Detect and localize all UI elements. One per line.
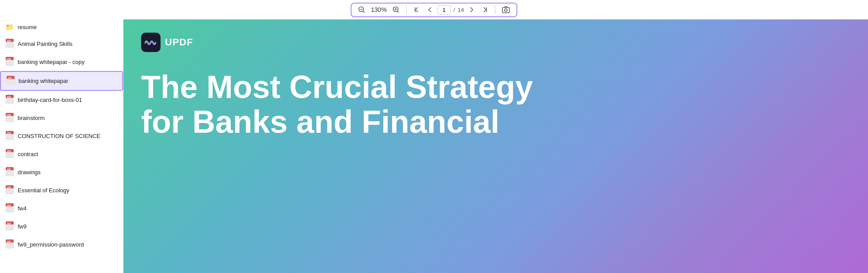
- toolbar: 130% / 14: [0, 0, 868, 19]
- pdf-icon: PDF: [5, 38, 14, 49]
- divider-1: [406, 5, 407, 14]
- next-page-button[interactable]: [467, 6, 477, 14]
- pdf-icon: PDF: [5, 56, 14, 67]
- sidebar-item-construction-of-science[interactable]: PDF CONSTRUCTION OF SCIENCE: [0, 127, 123, 145]
- sidebar: 📁 resume PDF Animal Painting Skills PDF …: [0, 19, 123, 273]
- sidebar-item-label: banking whitepapar: [19, 78, 68, 84]
- svg-text:PDF: PDF: [7, 96, 11, 98]
- content-area: UPDF The Most Crucial Strategy for Banks…: [123, 19, 868, 273]
- zoom-in-button[interactable]: [390, 5, 402, 14]
- svg-line-2: [363, 11, 364, 12]
- pdf-icon: PDF: [5, 94, 14, 105]
- svg-text:PDF: PDF: [7, 241, 11, 243]
- pdf-icon: PDF: [5, 203, 14, 214]
- sidebar-item-label: brainstorm: [18, 115, 45, 121]
- page-separator: /: [453, 7, 455, 13]
- sidebar-item-label: fw9: [18, 223, 26, 230]
- sidebar-item-label: Animal Painting Skills: [18, 41, 72, 47]
- screenshot-button[interactable]: [500, 5, 512, 14]
- sidebar-item-banking-whitepapar-copy[interactable]: PDF banking whitepapar - copy: [0, 53, 123, 71]
- svg-line-6: [397, 11, 399, 12]
- sidebar-item-essential-of-ecology[interactable]: PDF Essential of Ecology: [0, 181, 123, 199]
- svg-text:PDF: PDF: [8, 77, 12, 79]
- sidebar-item-label: Essential of Ecology: [18, 187, 69, 194]
- sidebar-item-label: resume: [18, 24, 37, 30]
- pdf-icon: PDF: [5, 167, 14, 178]
- pdf-icon: PDF: [5, 131, 14, 142]
- svg-text:PDF: PDF: [7, 205, 11, 207]
- pdf-title-line2: for Banks and Financial: [141, 105, 538, 139]
- svg-point-10: [505, 9, 507, 11]
- sidebar-item-resume[interactable]: 📁 resume: [0, 19, 123, 35]
- current-page-input[interactable]: [438, 5, 451, 15]
- sidebar-item-fw9-permission-password[interactable]: PDF fw9_permission-password: [0, 236, 123, 254]
- toolbar-controls: 130% / 14: [351, 3, 517, 17]
- go-to-first-page-button[interactable]: [411, 6, 422, 14]
- pdf-page: UPDF The Most Crucial Strategy for Banks…: [123, 19, 868, 273]
- pdf-title-line1: The Most Crucial Strategy: [141, 70, 538, 105]
- divider-2: [495, 5, 495, 14]
- zoom-out-button[interactable]: [356, 5, 367, 14]
- svg-text:PDF: PDF: [7, 168, 11, 171]
- sidebar-item-brainstorm[interactable]: PDF brainstorm: [0, 109, 123, 127]
- total-pages: 14: [458, 7, 464, 13]
- sidebar-item-label: fw4: [18, 205, 26, 212]
- folder-icon: 📁: [5, 23, 14, 31]
- sidebar-item-fw9[interactable]: PDF fw9: [0, 217, 123, 236]
- svg-text:PDF: PDF: [7, 223, 11, 225]
- main-layout: 📁 resume PDF Animal Painting Skills PDF …: [0, 19, 868, 273]
- svg-text:PDF: PDF: [7, 132, 11, 135]
- go-to-last-page-button[interactable]: [480, 6, 490, 14]
- pdf-main-title: The Most Crucial Strategy for Banks and …: [141, 70, 538, 139]
- sidebar-item-animal-painting-skills[interactable]: PDF Animal Painting Skills: [0, 35, 123, 53]
- prev-page-button[interactable]: [424, 6, 435, 14]
- svg-rect-9: [502, 7, 509, 13]
- pdf-icon: PDF: [5, 239, 14, 250]
- sidebar-item-drawings[interactable]: PDF drawings: [0, 163, 123, 181]
- zoom-value: 130%: [370, 6, 388, 13]
- pdf-icon: PDF: [5, 112, 14, 123]
- sidebar-item-contract[interactable]: PDF contract: [0, 145, 123, 163]
- pdf-icon: PDF: [5, 221, 14, 232]
- pdf-icon: PDF: [6, 75, 15, 86]
- sidebar-item-label: fw9_permission-password: [18, 241, 84, 248]
- pdf-icon: PDF: [5, 185, 14, 196]
- updf-logo-icon: [141, 33, 161, 52]
- svg-text:PDF: PDF: [7, 114, 11, 116]
- sidebar-item-banking-whitepapar[interactable]: PDF banking whitepapar: [0, 71, 123, 91]
- sidebar-item-label: banking whitepapar - copy: [18, 59, 85, 65]
- sidebar-item-label: CONSTRUCTION OF SCIENCE: [18, 133, 101, 139]
- svg-text:PDF: PDF: [7, 150, 11, 153]
- svg-text:PDF: PDF: [7, 58, 11, 60]
- updf-logo: UPDF: [141, 33, 850, 52]
- pdf-icon: PDF: [5, 149, 14, 160]
- sidebar-item-label: drawings: [18, 169, 41, 176]
- sidebar-item-label: birthday-card-for-boss-01: [18, 97, 82, 103]
- svg-text:PDF: PDF: [7, 40, 11, 42]
- updf-logo-text: UPDF: [165, 37, 193, 48]
- sidebar-item-label: contract: [18, 151, 38, 157]
- svg-text:PDF: PDF: [7, 187, 11, 189]
- sidebar-item-birthday-card-for-boss-01[interactable]: PDF birthday-card-for-boss-01: [0, 91, 123, 109]
- sidebar-item-fw4[interactable]: PDF fw4: [0, 199, 123, 217]
